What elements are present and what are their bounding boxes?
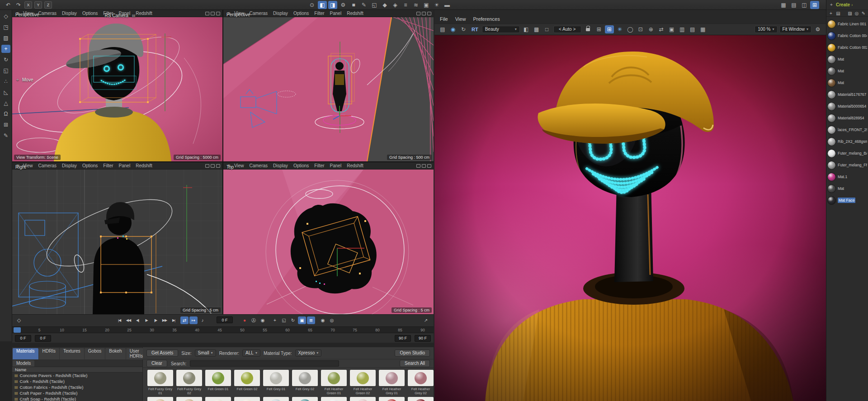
material-list-item[interactable]: Mat [826, 65, 868, 77]
camera-label[interactable]: RS Camera ▤ [105, 12, 137, 19]
settings-gear-icon[interactable]: ⚙ [813, 25, 822, 33]
viewport-corner-icon[interactable] [211, 12, 215, 15]
material-list-item[interactable]: Mat Face [826, 194, 868, 206]
subdivision-surface-icon[interactable]: ◱ [370, 1, 379, 9]
material-thumbnail[interactable] [408, 397, 434, 401]
start-ipr-icon[interactable]: ◉ [448, 25, 458, 33]
viewport-corner-icon[interactable] [416, 164, 420, 168]
next-key-icon[interactable]: ▶▶ [160, 316, 169, 324]
viewport-menu-item[interactable]: Panel [330, 163, 342, 168]
range-end-field[interactable]: 90 F [395, 335, 411, 342]
live-selection-icon[interactable]: ⊙ [307, 1, 316, 9]
snap-grid-icon[interactable]: ⊞ [605, 25, 614, 33]
snapshot-current-icon[interactable]: ▣ [667, 25, 676, 33]
render-region-icon[interactable]: ⊡ [636, 25, 645, 33]
material-thumbnail[interactable]: Felt Green 01 [205, 370, 231, 395]
viewport-canvas[interactable] [223, 17, 434, 161]
undo-icon[interactable]: ↶ [4, 1, 13, 9]
snapshot-load-icon[interactable]: ▦ [698, 25, 708, 33]
Materials[interactable]: Materials [13, 348, 38, 359]
layout-animate-icon[interactable]: ▤ [789, 1, 798, 9]
viewport-corner-icon[interactable] [427, 12, 431, 15]
viewport-menu-item[interactable]: Filter [103, 163, 113, 168]
bucket-select[interactable]: < Auto > [553, 26, 581, 33]
material-list-item[interactable]: Material828954 [826, 112, 868, 124]
Bokeh[interactable]: Bokeh [105, 348, 125, 359]
points-mode-icon[interactable]: ∴ [1, 77, 10, 85]
range-end-field[interactable]: 90 F [415, 335, 431, 342]
restart-render-icon[interactable]: ↻ [459, 25, 468, 33]
viewport-menu-item[interactable]: Cameras [250, 163, 268, 168]
material-thumbnail[interactable] [205, 397, 231, 401]
display-mode-icon[interactable]: ◧ [522, 25, 531, 33]
material-thumbnail[interactable]: Felt Heather Grey 02 [408, 370, 434, 395]
solo-animation-icon[interactable]: ◎ [328, 316, 336, 324]
tree-item[interactable]: ▤ Cotton Fabrics - Redshift (Tactile) [12, 384, 142, 390]
material-thumbnail[interactable]: Felt Grey 01 [263, 370, 289, 395]
viewport-menu-item[interactable]: Cameras [250, 11, 268, 16]
viewport-canvas[interactable] [12, 17, 222, 161]
viewport-menu-item[interactable]: Redshift [136, 163, 152, 168]
viewport-menu-item[interactable]: Options [293, 163, 309, 168]
material-thumbnail[interactable] [147, 397, 173, 401]
autokey-icon[interactable]: Ⓐ [250, 316, 258, 324]
viewport-corner-icon[interactable] [416, 12, 420, 15]
material-list-item[interactable]: Material5176767 [826, 89, 868, 100]
crop-icon[interactable]: □ [542, 25, 552, 33]
material-list-item[interactable]: Material5000654 [826, 100, 868, 112]
viewport-menu-item[interactable]: Cameras [38, 163, 57, 168]
paint-mode-icon[interactable]: ▨ [847, 10, 853, 16]
snap-icon[interactable]: Ω [1, 110, 10, 118]
aov-select[interactable]: Beauty▾ [482, 26, 520, 33]
Textures[interactable]: Textures [60, 348, 84, 359]
scale-tool-icon[interactable]: ◱ [1, 66, 10, 75]
axis-toggle-button[interactable]: X [24, 1, 32, 9]
viewport-menu-item[interactable]: Options [82, 163, 98, 168]
render-view-icon[interactable]: ◧ [318, 1, 327, 9]
edges-mode-icon[interactable]: ◺ [1, 88, 10, 96]
viewport-canvas[interactable] [12, 170, 222, 314]
mograph-icon[interactable]: ≡ [401, 1, 410, 9]
viewport-corner-icon[interactable] [205, 12, 209, 15]
sound-icon[interactable]: ♪ [198, 316, 207, 324]
viewport-menu-item[interactable]: Options [82, 11, 98, 16]
simulation-icon[interactable]: ≋ [411, 1, 420, 9]
polygons-mode-icon[interactable]: △ [1, 99, 10, 107]
viewport-menu-item[interactable]: Display [273, 11, 288, 16]
playhead[interactable] [14, 327, 21, 333]
material-list-item[interactable]: Futer_melang_FRON [826, 159, 868, 171]
material-list-item[interactable]: Fabric Cotton 002 0 [826, 42, 868, 53]
viewport-menu-item[interactable]: Display [62, 163, 77, 168]
move-tool-icon[interactable]: + [1, 45, 10, 53]
primitive-cube-icon[interactable]: ■ [349, 1, 358, 9]
material-thumbnail[interactable]: Felt Fuzzy Grey 01 [147, 370, 173, 395]
model-mode-icon[interactable]: ◳ [1, 23, 10, 31]
floor-icon[interactable]: ▬ [443, 1, 452, 9]
dither-icon[interactable]: ▩ [532, 25, 541, 33]
viewport-corner-icon[interactable] [211, 164, 215, 168]
viewport-menu-item[interactable]: Options [293, 11, 309, 16]
render-menu-item[interactable]: File [440, 16, 448, 22]
edit-material-icon[interactable]: ✎ [860, 10, 867, 16]
tree-item[interactable]: ▤ Craft Soap - Redshift (Tactile) [12, 396, 142, 401]
material-list-item[interactable]: Rib_2X2_468gsm_FR [826, 136, 868, 147]
layout-standard-icon[interactable]: ▦ [779, 1, 788, 9]
record-pla-icon[interactable]: ≣ [307, 316, 315, 324]
viewport-menu-item[interactable]: Panel [330, 11, 342, 16]
ping-pong-icon[interactable]: ↦ [189, 316, 198, 324]
viewport-canvas[interactable] [223, 170, 434, 314]
material-thumbnail[interactable] [176, 397, 202, 401]
tree-item[interactable]: ▤ Cork - Redshift (Tactile) [12, 378, 142, 384]
volume-builder-icon[interactable]: ◆ [380, 1, 389, 9]
material-thumbnail[interactable]: Felt Grey 02 [292, 370, 318, 395]
viewport-corner-icon[interactable] [422, 164, 426, 168]
redo-icon[interactable]: ↷ [14, 1, 23, 9]
record-parameter-icon[interactable]: ▣ [298, 316, 306, 324]
workplane-icon[interactable]: ⊞ [1, 121, 10, 129]
clear-button[interactable]: Clear [146, 360, 167, 367]
viewport-menu-item[interactable]: View [234, 163, 244, 168]
viewport-corner-icon[interactable] [216, 12, 220, 15]
pick-color-icon[interactable]: ⊕ [646, 25, 656, 33]
layout-quad-icon[interactable]: ⊞ [810, 1, 819, 9]
viewport-menu-item[interactable]: Filter [314, 11, 324, 16]
